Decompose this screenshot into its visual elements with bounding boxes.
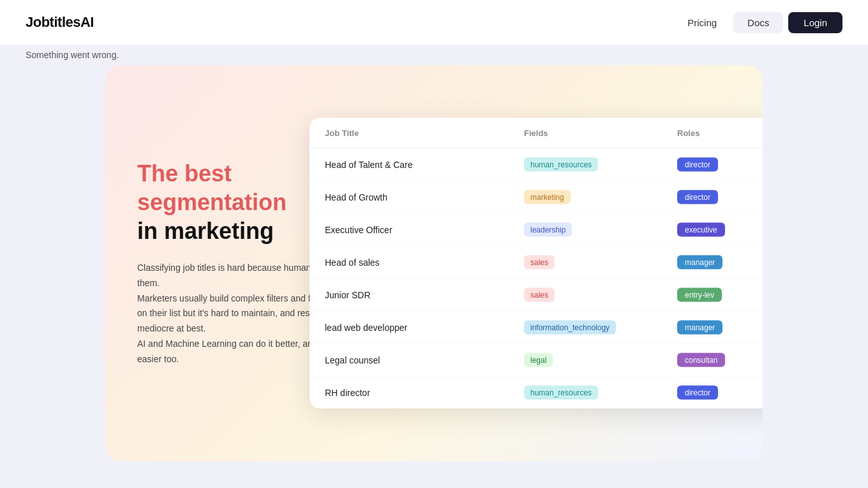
error-banner: Something went wrong.: [0, 45, 868, 65]
cell-role: manager: [677, 321, 763, 335]
table-card: Job Title Fields Roles Head of Talent & …: [310, 118, 763, 409]
hero-title-normal: in marketing: [137, 218, 274, 244]
cell-role: entry-lev: [677, 288, 763, 302]
cell-job-title: Head of sales: [325, 257, 524, 268]
table-body: Head of Talent & Care human_resources di…: [310, 149, 763, 409]
cell-job-title: Head of Talent & Care: [325, 160, 524, 170]
cell-field: leadership: [524, 223, 677, 237]
role-badge: director: [677, 158, 718, 172]
nav-right: Pricing Docs Login: [676, 12, 842, 33]
cell-role: executive: [677, 223, 763, 237]
table-header: Job Title Fields Roles: [310, 118, 763, 149]
role-badge: manager: [677, 321, 722, 335]
table-row: Head of Growth marketing director: [310, 181, 763, 214]
cell-field: legal: [524, 353, 677, 367]
role-badge: director: [677, 190, 718, 204]
field-badge: sales: [524, 255, 555, 270]
cell-job-title: Executive Officer: [325, 225, 524, 235]
field-badge: information_technology: [524, 321, 616, 335]
cell-role: director: [677, 190, 763, 204]
field-badge: human_resources: [524, 158, 598, 172]
logo: JobtitlesAI: [26, 14, 94, 31]
cell-field: human_resources: [524, 158, 677, 172]
role-badge: consultan: [677, 353, 725, 367]
table-row: Junior SDR sales entry-lev: [310, 279, 763, 312]
cell-job-title: Legal counsel: [325, 355, 524, 365]
table-row: Executive Officer leadership executive: [310, 214, 763, 247]
field-badge: legal: [524, 353, 553, 367]
hero-title-highlight: The best segmentation: [137, 160, 287, 215]
cell-role: director: [677, 386, 763, 400]
cell-field: human_resources: [524, 386, 677, 400]
error-message: Something went wrong.: [26, 50, 119, 60]
col-roles: Roles: [677, 128, 763, 138]
col-job-title: Job Title: [325, 128, 524, 138]
cell-job-title: RH director: [325, 388, 524, 398]
cell-role: manager: [677, 255, 763, 270]
col-fields: Fields: [524, 128, 677, 138]
role-badge: manager: [677, 255, 722, 270]
table-row: Head of Talent & Care human_resources di…: [310, 149, 763, 181]
cell-role: director: [677, 158, 763, 172]
cell-role: consultan: [677, 353, 763, 367]
field-badge: leadership: [524, 223, 572, 237]
logo-text: JobtitlesAI: [26, 14, 94, 30]
docs-button[interactable]: Docs: [733, 12, 783, 33]
cell-job-title: lead web developper: [325, 323, 524, 333]
role-badge: entry-lev: [677, 288, 722, 302]
table-row: RH director human_resources director: [310, 377, 763, 409]
cell-field: information_technology: [524, 321, 677, 335]
cell-job-title: Head of Growth: [325, 192, 524, 202]
cell-job-title: Junior SDR: [325, 290, 524, 300]
pricing-link[interactable]: Pricing: [676, 12, 728, 33]
field-badge: marketing: [524, 190, 571, 204]
table-row: Legal counsel legal consultan: [310, 344, 763, 377]
navigation: JobtitlesAI Pricing Docs Login: [0, 0, 868, 45]
login-button[interactable]: Login: [788, 12, 842, 33]
role-badge: director: [677, 386, 718, 400]
field-badge: sales: [524, 288, 555, 302]
cell-field: marketing: [524, 190, 677, 204]
hero-section: The best segmentation in marketing Class…: [105, 65, 763, 461]
table-row: lead web developper information_technolo…: [310, 312, 763, 344]
cell-field: sales: [524, 255, 677, 270]
table-row: Head of sales sales manager: [310, 247, 763, 279]
cell-field: sales: [524, 288, 677, 302]
role-badge: executive: [677, 223, 725, 237]
field-badge: human_resources: [524, 386, 598, 400]
